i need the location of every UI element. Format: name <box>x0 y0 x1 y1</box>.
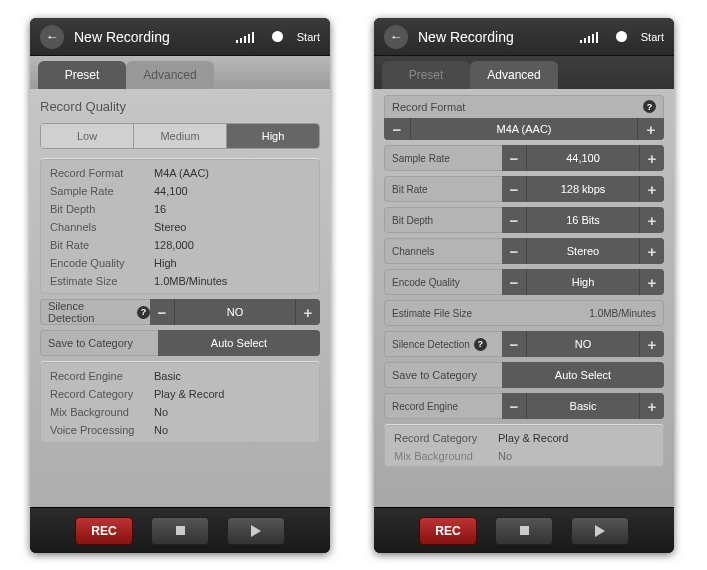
play-icon <box>251 525 261 537</box>
quality-high[interactable]: High <box>227 124 319 148</box>
record-engine-value: Basic <box>526 393 640 419</box>
header: ← New Recording Start <box>374 18 674 56</box>
record-engine-row: Record Engine − Basic + <box>384 393 664 419</box>
mix-background-label: Mix Background <box>50 406 154 418</box>
bit-depth-row: Bit Depth − 16 Bits + <box>384 207 664 233</box>
sample-rate-value: 44,100 <box>526 145 640 171</box>
mix-background-value: No <box>498 450 512 462</box>
save-category-row[interactable]: Save to Category Auto Select <box>384 362 664 388</box>
record-button[interactable]: REC <box>75 517 133 545</box>
record-category-label: Record Category <box>50 388 154 400</box>
page-title: New Recording <box>418 29 570 45</box>
encode-quality-value: High <box>526 269 640 295</box>
bit-rate-label: Bit Rate <box>50 239 154 251</box>
bit-rate-minus-button[interactable]: − <box>502 176 526 202</box>
bit-depth-plus-button[interactable]: + <box>640 207 664 233</box>
tab-preset[interactable]: Preset <box>382 61 470 89</box>
sample-rate-label: Sample Rate <box>50 185 154 197</box>
stop-button[interactable] <box>495 517 553 545</box>
advanced-content: Record Format ? − M4A (AAC) + Sample Rat… <box>374 89 674 507</box>
record-quality-title: Record Quality <box>40 99 320 114</box>
engine-plus-button[interactable]: + <box>640 393 664 419</box>
tab-advanced[interactable]: Advanced <box>470 61 558 89</box>
sample-rate-value: 44,100 <box>154 185 188 197</box>
start-label[interactable]: Start <box>641 31 664 43</box>
signal-icon <box>580 31 598 43</box>
save-category-label: Save to Category <box>40 337 158 349</box>
silence-detection-value: NO <box>526 331 640 357</box>
stop-button[interactable] <box>151 517 209 545</box>
engine-minus-button[interactable]: − <box>502 393 526 419</box>
engine-panel: Record EngineBasic Record CategoryPlay &… <box>40 361 320 443</box>
silence-minus-button[interactable]: − <box>150 299 174 325</box>
play-button[interactable] <box>571 517 629 545</box>
encode-quality-label: Encode Quality <box>392 277 460 288</box>
quality-low[interactable]: Low <box>41 124 134 148</box>
save-category-row[interactable]: Save to Category Auto Select <box>40 330 320 356</box>
estimate-size-row: Estimate File Size 1.0MB/Minutes <box>384 300 664 326</box>
voice-processing-label: Voice Processing <box>50 424 154 436</box>
record-format-label: Record Format <box>392 101 465 113</box>
back-arrow-icon: ← <box>46 29 59 44</box>
tab-bar: Preset Advanced <box>30 56 330 89</box>
save-category-value: Auto Select <box>158 330 320 356</box>
channels-row: Channels − Stereo + <box>384 238 664 264</box>
quality-info-panel: Record FormatM4A (AAC) Sample Rate44,100… <box>40 158 320 294</box>
page-title: New Recording <box>74 29 226 45</box>
silence-plus-button[interactable]: + <box>296 299 320 325</box>
record-indicator-icon <box>616 31 627 42</box>
record-format-value: M4A (AAC) <box>410 118 638 140</box>
record-format-label: Record Format <box>50 167 154 179</box>
encode-q-minus-button[interactable]: − <box>502 269 526 295</box>
back-arrow-icon: ← <box>390 29 403 44</box>
record-engine-value: Basic <box>154 370 181 382</box>
bit-rate-value: 128,000 <box>154 239 194 251</box>
bit-depth-label: Bit Depth <box>392 215 433 226</box>
record-format-value: M4A (AAC) <box>154 167 209 179</box>
estimate-size-label: Estimate File Size <box>392 308 472 319</box>
record-indicator-icon <box>272 31 283 42</box>
help-icon[interactable]: ? <box>474 338 487 351</box>
bit-rate-plus-button[interactable]: + <box>640 176 664 202</box>
sample-rate-plus-button[interactable]: + <box>640 145 664 171</box>
record-button[interactable]: REC <box>419 517 477 545</box>
quality-medium[interactable]: Medium <box>134 124 227 148</box>
preset-content: Record Quality Low Medium High Record Fo… <box>30 89 330 507</box>
silence-minus-button[interactable]: − <box>502 331 526 357</box>
tab-preset[interactable]: Preset <box>38 61 126 89</box>
help-icon[interactable]: ? <box>643 100 656 113</box>
play-button[interactable] <box>227 517 285 545</box>
signal-icon <box>236 31 254 43</box>
back-button[interactable]: ← <box>40 25 64 49</box>
channels-value: Stereo <box>154 221 186 233</box>
format-plus-button[interactable]: + <box>638 118 664 140</box>
sample-rate-row: Sample Rate − 44,100 + <box>384 145 664 171</box>
record-category-label: Record Category <box>394 432 498 444</box>
engine-info-panel: Record CategoryPlay & Record Mix Backgro… <box>384 424 664 467</box>
silence-plus-button[interactable]: + <box>640 331 664 357</box>
tab-advanced[interactable]: Advanced <box>126 61 214 89</box>
device-advanced: ← New Recording Start Preset Advanced Re… <box>374 18 674 553</box>
format-minus-button[interactable]: − <box>384 118 410 140</box>
encode-q-plus-button[interactable]: + <box>640 269 664 295</box>
bit-depth-minus-button[interactable]: − <box>502 207 526 233</box>
silence-detection-value: NO <box>174 299 296 325</box>
save-category-value: Auto Select <box>502 362 664 388</box>
mix-background-value: No <box>154 406 168 418</box>
silence-detection-label: Silence Detection <box>392 339 470 350</box>
sample-rate-label: Sample Rate <box>392 153 450 164</box>
back-button[interactable]: ← <box>384 25 408 49</box>
save-category-label: Save to Category <box>384 369 502 381</box>
sample-rate-minus-button[interactable]: − <box>502 145 526 171</box>
stop-icon <box>176 526 185 535</box>
help-icon[interactable]: ? <box>137 306 150 319</box>
bottom-toolbar: REC <box>30 507 330 553</box>
channels-minus-button[interactable]: − <box>502 238 526 264</box>
device-preset: ← New Recording Start Preset Advanced Re… <box>30 18 330 553</box>
estimate-size-value: 1.0MB/Minutes <box>154 275 227 287</box>
bit-depth-label: Bit Depth <box>50 203 154 215</box>
channels-plus-button[interactable]: + <box>640 238 664 264</box>
silence-detection-row: Silence Detection? − NO + <box>40 299 320 325</box>
bit-depth-value: 16 Bits <box>526 207 640 233</box>
start-label[interactable]: Start <box>297 31 320 43</box>
